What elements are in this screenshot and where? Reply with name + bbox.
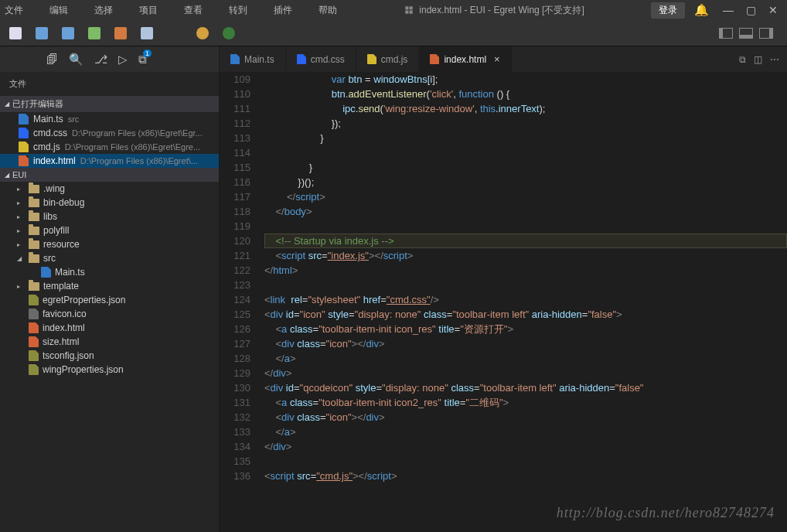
file-egretProperties.json[interactable]: egretProperties.json: [0, 293, 219, 307]
download-icon[interactable]: [88, 27, 101, 39]
close-button[interactable]: ✕: [768, 4, 778, 16]
folder-bin-debug[interactable]: ▸bin-debug: [0, 196, 219, 210]
file-favicon.ico[interactable]: favicon.ico: [0, 307, 219, 321]
file-icon: [29, 322, 39, 333]
menu-插件[interactable]: 插件: [274, 4, 292, 17]
minimize-button[interactable]: —: [723, 4, 734, 16]
folder-icon: [29, 282, 39, 291]
open-editor-Main.ts[interactable]: Main.ts src: [0, 112, 219, 126]
file-icon: [29, 336, 39, 347]
file-path: D:\Program Files (x86)\Egret\Egre...: [65, 142, 200, 152]
menu-转到[interactable]: 转到: [229, 4, 247, 17]
file-Main.ts[interactable]: Main.ts: [0, 265, 219, 279]
file-tsconfig.json[interactable]: tsconfig.json: [0, 349, 219, 363]
menu-文件[interactable]: 文件: [5, 4, 23, 17]
panel-title: 文件: [0, 72, 219, 96]
new-file-icon[interactable]: [9, 27, 22, 39]
folder-icon: [29, 254, 39, 263]
file-icon: [29, 309, 39, 319]
scm-tab-icon[interactable]: ⎇: [94, 53, 107, 66]
file-name: index.html: [33, 155, 76, 166]
file-icon: [430, 54, 439, 64]
bug-icon[interactable]: [114, 27, 127, 39]
notification-icon[interactable]: 🔔: [694, 3, 709, 17]
open-editor-cmd.js[interactable]: cmd.js D:\Program Files (x86)\Egret\Egre…: [0, 140, 219, 154]
file-index.html[interactable]: index.html: [0, 321, 219, 335]
save-all-icon[interactable]: [62, 27, 74, 39]
app-icon: [404, 5, 414, 15]
open-editors-header[interactable]: ◢已打开编辑器: [0, 96, 219, 112]
sidebar: 🗐 🔍 ⎇ ▷ ⧉1 文件 ◢已打开编辑器 Main.ts src cmd.cs…: [0, 46, 220, 532]
globe-icon[interactable]: [223, 27, 235, 39]
save-icon[interactable]: [36, 27, 48, 39]
file-icon: [19, 155, 29, 166]
layout-bottom-icon[interactable]: [739, 28, 753, 39]
debug-tab-icon[interactable]: ▷: [118, 53, 128, 66]
folder-icon: [29, 227, 39, 235]
window-title: index.html - EUI - Egret Wing [不受支持]: [346, 4, 642, 17]
file-icon: [19, 142, 29, 152]
file-icon: [367, 54, 376, 64]
toolbar: [0, 20, 787, 46]
folder-template[interactable]: ▸template: [0, 279, 219, 293]
folder-src[interactable]: ◢src: [0, 251, 219, 265]
tab-cmd.css[interactable]: cmd.css: [286, 46, 356, 72]
menu-项目[interactable]: 项目: [139, 4, 158, 17]
folder-icon: [29, 199, 39, 207]
file-name: cmd.js: [33, 142, 60, 152]
compare-icon[interactable]: ⧉: [739, 54, 746, 65]
folder-icon: [29, 185, 39, 193]
open-editor-cmd.css[interactable]: cmd.css D:\Program Files (x86)\Egret\Egr…: [0, 126, 219, 140]
close-tab-icon[interactable]: ×: [494, 53, 500, 65]
rocket-icon[interactable]: [141, 27, 153, 39]
file-name: cmd.css: [33, 128, 67, 138]
file-icon: [230, 54, 240, 64]
file-path: D:\Program Files (x86)\Egret\...: [80, 156, 198, 165]
file-icon: [29, 295, 39, 305]
file-icon: [41, 267, 51, 278]
folder-resource[interactable]: ▸resource: [0, 237, 219, 251]
folder-icon: [29, 213, 39, 221]
code-editor[interactable]: 1091101111121131141151161171181191201211…: [220, 72, 787, 532]
file-icon: [19, 128, 29, 138]
workspace-header[interactable]: ◢EUI: [0, 168, 219, 182]
extensions-tab-icon[interactable]: ⧉1: [138, 53, 147, 66]
file-size.html[interactable]: size.html: [0, 335, 219, 349]
layout-left-icon[interactable]: [719, 28, 733, 39]
more-icon[interactable]: ⋯: [770, 54, 779, 65]
split-editor-icon[interactable]: ◫: [754, 54, 762, 65]
egret-icon[interactable]: [196, 27, 209, 39]
file-name: Main.ts: [33, 114, 63, 124]
file-path: D:\Program Files (x86)\Egret\Egr...: [72, 128, 203, 138]
folder-libs[interactable]: ▸libs: [0, 210, 219, 223]
file-icon: [19, 114, 29, 124]
file-icon: [29, 350, 39, 361]
line-gutter: 1091101111121131141151161171181191201211…: [220, 72, 264, 532]
folder-polyfill[interactable]: ▸polyfill: [0, 223, 219, 237]
maximize-button[interactable]: ▢: [746, 4, 756, 16]
menu-选择[interactable]: 选择: [94, 4, 113, 17]
folder-.wing[interactable]: ▸.wing: [0, 182, 219, 196]
file-icon: [29, 364, 39, 375]
open-editor-index.html[interactable]: index.html D:\Program Files (x86)\Egret\…: [0, 154, 219, 168]
tab-index.html[interactable]: index.html×: [419, 46, 511, 72]
tab-cmd.js[interactable]: cmd.js: [356, 46, 420, 72]
login-button[interactable]: 登录: [651, 2, 685, 19]
menubar: 文件 编辑 选择 项目 查看 转到 插件 帮助 index.html - EUI…: [0, 0, 787, 20]
search-tab-icon[interactable]: 🔍: [69, 53, 83, 66]
editor-tabs: Main.ts cmd.css cmd.js index.html× ⧉ ◫ ⋯: [220, 46, 787, 72]
file-wingProperties.json[interactable]: wingProperties.json: [0, 363, 219, 377]
editor: Main.ts cmd.css cmd.js index.html× ⧉ ◫ ⋯…: [220, 46, 787, 532]
menu-编辑[interactable]: 编辑: [49, 4, 68, 17]
menu-查看[interactable]: 查看: [184, 4, 203, 17]
explorer-tab-icon[interactable]: 🗐: [46, 53, 58, 66]
file-path: src: [68, 114, 80, 124]
sidebar-tabs: 🗐 🔍 ⎇ ▷ ⧉1: [0, 46, 219, 72]
layout-right-icon[interactable]: [759, 28, 773, 39]
folder-icon: [29, 240, 39, 249]
tab-Main.ts[interactable]: Main.ts: [220, 46, 286, 72]
menu-帮助[interactable]: 帮助: [319, 4, 337, 17]
file-icon: [297, 54, 306, 64]
